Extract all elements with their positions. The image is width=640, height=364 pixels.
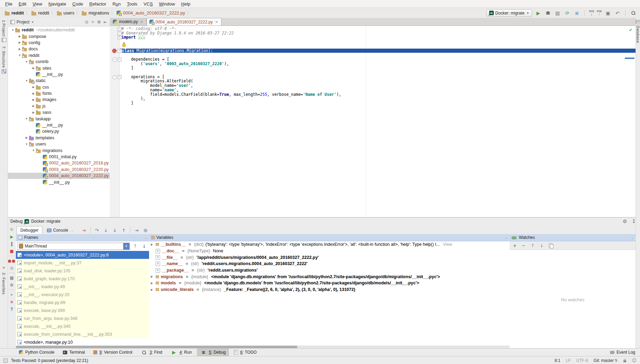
frame-row[interactable]: execute, __init__.py:345 — [16, 322, 149, 330]
menu-view[interactable]: View — [29, 1, 45, 7]
code-line[interactable]: import ... — [120, 35, 636, 40]
chevron-down-icon[interactable]: ▼ — [10, 29, 15, 32]
frame-row[interactable]: handle, migrate.py:89 — [16, 299, 149, 306]
frame-row[interactable]: build_graph, loader.py:170 — [16, 275, 149, 283]
tool-window-switcher-icon[interactable] — [3, 358, 8, 363]
vcs-branch[interactable]: Git: master ⇅ — [593, 357, 618, 364]
variable-row[interactable]: ▶models = {module} <module 'django.db.mo… — [149, 280, 510, 286]
tree-row[interactable]: ▶sass — [8, 109, 110, 115]
tree-row[interactable]: ▼taskapp — [8, 115, 110, 122]
breadcrumb-item[interactable]: users — [56, 10, 76, 16]
show-changes-button[interactable]: ▣ — [604, 10, 611, 17]
event-log-button[interactable]: Event Log — [610, 350, 640, 355]
code-line[interactable]: ] — [120, 66, 636, 70]
vcs-update-button[interactable]: VCS↓ — [589, 10, 594, 16]
copy-icon[interactable] — [547, 242, 554, 249]
step-into-icon[interactable]: ↓ — [102, 226, 110, 234]
move-up-icon[interactable]: ↑ — [529, 242, 536, 249]
breadcrumb-item[interactable]: reddit — [30, 10, 51, 16]
tree-row[interactable]: ▶js — [8, 103, 110, 109]
run-to-cursor-icon[interactable]: ⇥ — [132, 226, 141, 234]
step-out-icon[interactable]: ↑ — [120, 226, 128, 234]
search-everywhere-button[interactable] — [630, 10, 637, 17]
code-line[interactable]: field=models.CharField(blank=True, max_l… — [120, 92, 636, 97]
tree-row[interactable]: __init__.py — [8, 71, 110, 78]
frame-row[interactable]: load_disk, loader.py:105 — [16, 267, 149, 275]
menu-window[interactable]: Window — [156, 1, 178, 7]
breadcrumb-item[interactable]: 0004_auto_20160327_2222.py — [115, 10, 186, 16]
chevron-right-icon[interactable]: ▶ — [24, 136, 29, 139]
chevron-right-icon[interactable]: ▶ — [31, 104, 36, 108]
restore-layout-icon[interactable]: ▦ — [8, 274, 16, 281]
chevron-right-icon[interactable]: ▶ — [31, 85, 36, 89]
frame-down-icon[interactable]: ↓ — [141, 243, 148, 250]
frame-row[interactable]: <module>, 0004_auto_20160327_2222.py:8 — [16, 251, 149, 259]
chevron-right-icon[interactable]: ▶ — [17, 35, 22, 38]
chevron-right-icon[interactable]: ▶ — [31, 98, 36, 101]
pin-icon[interactable]: ⌖ — [8, 291, 16, 298]
variable-row[interactable]: 8__doc__ = {NoneType} None — [149, 248, 510, 254]
variable-row[interactable]: ▶__builtins__ = {dict}{'bytearray': <typ… — [149, 241, 510, 248]
tree-row[interactable]: 0002_auto_20160327_2018.py — [8, 160, 110, 166]
chevron-right-icon[interactable]: ▶ — [17, 48, 22, 51]
tree-row[interactable]: ▶compose — [8, 33, 110, 39]
tree-row[interactable]: ▶templates — [8, 135, 110, 141]
frame-up-icon[interactable]: ↑ — [132, 243, 139, 250]
tree-row[interactable]: celery.py — [8, 128, 110, 134]
close-tab-icon[interactable]: × — [140, 20, 144, 24]
run-configuration-select[interactable]: djDocker: migrate▼ — [486, 9, 532, 17]
thread-dropdown-icon[interactable]: ▼ — [123, 243, 129, 250]
menu-run[interactable]: Run — [109, 1, 124, 7]
fold-marker-icon[interactable]: − — [118, 27, 121, 31]
code-line[interactable]: migrations.AlterField( — [120, 79, 636, 83]
mute-breakpoints-icon[interactable]: ⊘ — [8, 264, 16, 272]
file-encoding[interactable]: UTF-8 — [576, 358, 588, 363]
chevron-right-icon[interactable]: ▶ — [31, 92, 36, 95]
toolwindow--debug[interactable]: 5: Debug — [197, 348, 229, 356]
force-step-into-icon[interactable]: ⇓ — [111, 226, 119, 234]
editor-gutter[interactable] — [110, 26, 120, 217]
editor-tab[interactable]: models.py× — [110, 18, 147, 26]
chevron-down-icon[interactable]: ▼ — [24, 143, 29, 146]
move-down-icon[interactable]: ↓ — [538, 242, 545, 249]
code-line[interactable]: class Migration(migrations.Migration): — [120, 49, 636, 53]
tree-row[interactable]: ▶sites — [8, 65, 110, 71]
collapse-all-icon[interactable]: ÷ — [90, 19, 96, 25]
tree-row[interactable]: ▼users — [8, 141, 110, 147]
fold-marker-icon[interactable]: − — [118, 75, 121, 79]
frame-row[interactable]: execute, base.py:399 — [16, 306, 149, 314]
frame-row[interactable]: <module>, manage.py:10 — [16, 338, 149, 346]
close-tab-icon[interactable]: × — [215, 20, 219, 24]
toolwindow-terminal[interactable]: Terminal — [60, 349, 88, 355]
menu-code[interactable]: Code — [69, 1, 86, 7]
debug-button[interactable] — [544, 10, 551, 17]
line-ending[interactable]: LF — [566, 358, 571, 363]
fold-marker-icon[interactable]: − — [118, 49, 121, 53]
toolwindow--run[interactable]: ▶4: Run — [167, 348, 195, 356]
variables-pin-icon[interactable]: → — [504, 236, 508, 240]
code-line[interactable]: operations = [ — [120, 75, 636, 79]
tree-row[interactable]: 0003_auto_20160327_2220.py — [8, 166, 110, 173]
close-icon[interactable]: × — [8, 298, 16, 305]
hector-inspection-icon[interactable]: ☺ — [632, 357, 637, 364]
menu-refactor[interactable]: Refactor — [86, 1, 109, 7]
editor-tab[interactable]: 0004_auto_20160327_2222.py× — [147, 18, 221, 26]
tree-row[interactable]: 0004_auto_20160327_2222.py — [8, 173, 110, 179]
chevron-right-icon[interactable]: ▶ — [17, 41, 22, 44]
chevron-right-icon[interactable]: ▶ — [31, 67, 36, 70]
debug-tab-debugger[interactable]: Debugger — [17, 226, 42, 234]
fold-marker-icon[interactable]: − — [118, 58, 121, 61]
remove-watch-icon[interactable]: − — [520, 242, 528, 249]
expand-arrow-icon[interactable]: ▶ — [150, 288, 154, 291]
rollback-button[interactable]: ↶ — [614, 10, 621, 17]
expand-arrow-icon[interactable]: ▶ — [150, 282, 154, 285]
project-panel-title[interactable]: Project ▼ — [10, 20, 82, 24]
override-marker-icon[interactable]: ↑ — [112, 75, 117, 79]
variable-row[interactable]: 8__name__ = {str} 'reddit.users.migratio… — [149, 261, 510, 267]
view-link[interactable]: View — [443, 242, 452, 247]
frame-row[interactable]: __init__, executor.py:20 — [16, 291, 149, 299]
pause-icon[interactable]: ‖ — [8, 240, 16, 247]
tree-row[interactable]: 0001_initial.py — [8, 154, 110, 160]
toolwindow--todo[interactable]: 6: TODO — [231, 349, 260, 355]
rerun-icon[interactable]: ↻ — [8, 226, 16, 233]
